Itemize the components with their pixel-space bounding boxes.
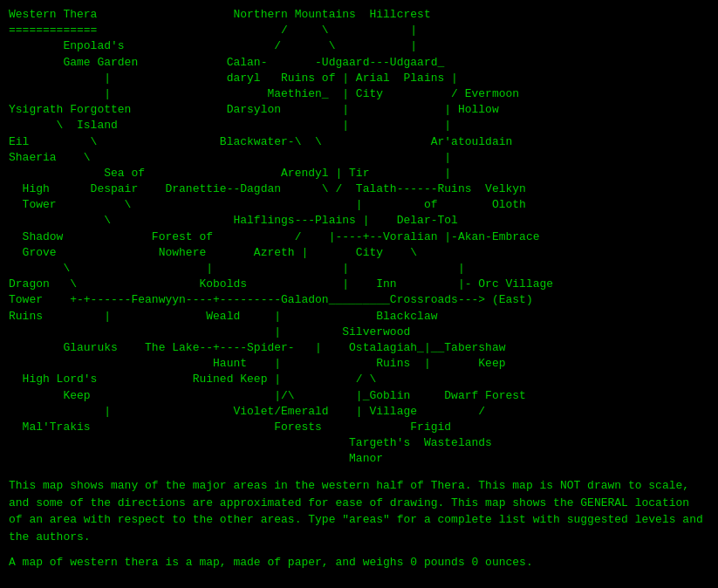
- description-section: This map shows many of the major areas i…: [9, 477, 707, 571]
- description-paragraph-1: This map shows many of the major areas i…: [9, 477, 707, 545]
- description-paragraph-2: A map of western thera is a map, made of…: [9, 554, 707, 571]
- map-display: Western Thera Northern Mountains Hillcre…: [9, 7, 709, 467]
